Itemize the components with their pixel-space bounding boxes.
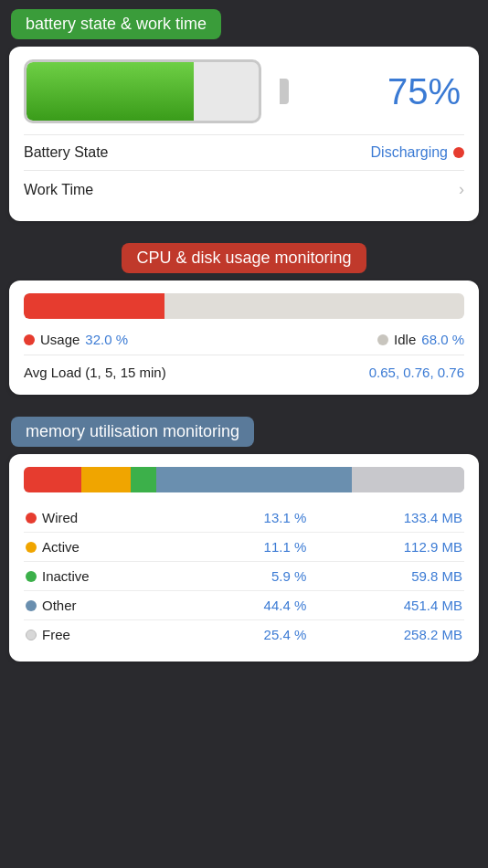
cpu-section-header: CPU & disk usage monitoring [122, 243, 366, 273]
battery-fill [27, 62, 194, 121]
usage-dot [24, 334, 35, 345]
cpu-bar [24, 293, 464, 319]
idle-dot [377, 334, 388, 345]
worktime-label: Work Time [24, 182, 93, 198]
free-dot [26, 630, 37, 640]
battery-state-row[interactable]: Battery State Discharging [24, 134, 464, 170]
battery-section-header: battery state & work time [11, 9, 221, 39]
battery-display: 75% [24, 59, 464, 123]
worktime-row[interactable]: Work Time › [24, 170, 464, 208]
battery-icon [24, 59, 280, 123]
avg-label: Avg Load (1, 5, 15 min) [24, 365, 166, 380]
battery-body [24, 59, 261, 123]
mem-seg-wired [24, 467, 81, 492]
mem-seg-other [156, 467, 352, 492]
mem-row-free: Free 25.4 % 258.2 MB [24, 620, 464, 650]
battery-percent: 75% [387, 71, 461, 112]
mem-row-inactive: Inactive 5.9 % 59.8 MB [24, 562, 464, 591]
mem-row-other: Other 44.4 % 451.4 MB [24, 591, 464, 620]
memory-section: memory utilisation monitoring Wired 13.1… [0, 408, 488, 662]
mem-seg-inactive [131, 467, 156, 492]
mem-row-active: Active 11.1 % 112.9 MB [24, 533, 464, 562]
battery-card: 75% Battery State Discharging Work Time … [9, 47, 479, 221]
cpu-legend-row: Usage 32.0 % Idle 68.0 % [24, 328, 464, 351]
worktime-chevron: › [459, 180, 464, 199]
mem-seg-active [81, 467, 131, 492]
wired-dot [26, 513, 37, 524]
mem-seg-free [352, 467, 463, 492]
other-dot [26, 600, 37, 611]
cpu-section: CPU & disk usage monitoring Usage 32.0 %… [0, 234, 488, 395]
idle-legend: Idle 68.0 % [355, 332, 464, 347]
active-dot [26, 542, 37, 553]
battery-section: battery state & work time 75% Battery St… [0, 0, 488, 221]
memory-table: Wired 13.1 % 133.4 MB Active 11.1 % 112.… [24, 503, 464, 649]
battery-state-label: Battery State [24, 144, 109, 161]
cpu-card: Usage 32.0 % Idle 68.0 % Avg Load (1, 5,… [9, 281, 479, 395]
memory-bar [24, 467, 464, 492]
avg-load-row: Avg Load (1, 5, 15 min) 0.65, 0.76, 0.76 [24, 355, 464, 382]
battery-tip [280, 79, 289, 104]
cpu-bar-fill [24, 293, 164, 319]
usage-legend: Usage 32.0 % [24, 332, 133, 347]
inactive-dot [26, 571, 37, 582]
memory-card: Wired 13.1 % 133.4 MB Active 11.1 % 112.… [9, 454, 479, 662]
discharging-dot [453, 147, 464, 158]
memory-section-header: memory utilisation monitoring [11, 417, 254, 447]
battery-state-value: Discharging [371, 144, 464, 161]
mem-row-wired: Wired 13.1 % 133.4 MB [24, 503, 464, 533]
avg-value: 0.65, 0.76, 0.76 [369, 365, 464, 380]
